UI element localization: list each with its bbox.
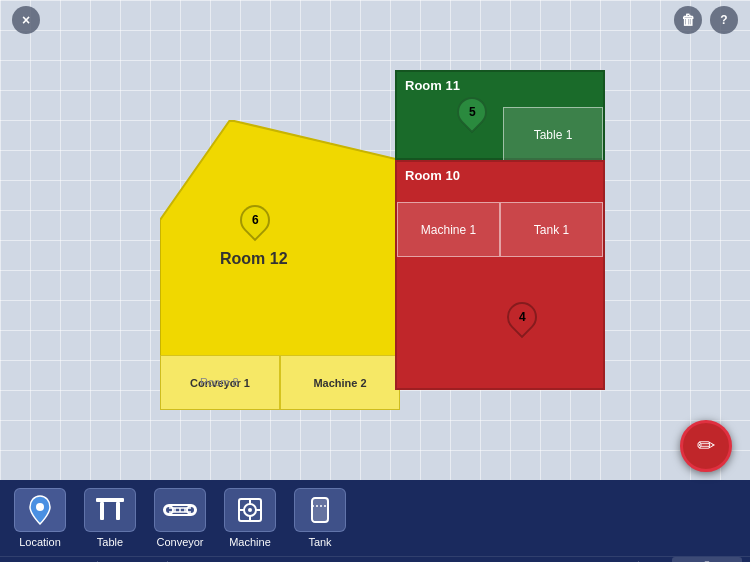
elements-tab[interactable]: ▼ Elements [672, 557, 742, 562]
svg-point-7 [187, 506, 195, 514]
canvas-area[interactable]: × 🗑 ? 6 Room 12 Conveyor 1 Machine 2 Roo… [0, 0, 750, 480]
table-icon [94, 496, 126, 524]
tank-icon [308, 494, 332, 526]
svg-rect-3 [100, 502, 104, 520]
room-10-sub-items: Machine 1 Tank 1 [397, 202, 603, 257]
svg-rect-2 [96, 498, 124, 502]
pin-5[interactable]: 5 [457, 97, 487, 127]
table-1-item[interactable]: Table 1 [503, 107, 603, 162]
location-icon-container [14, 488, 66, 532]
pin-5-number: 5 [469, 105, 476, 119]
room-10[interactable]: Room 10 Machine 1 Tank 1 4 [395, 160, 605, 390]
pin-4-number: 4 [519, 310, 526, 324]
machine-icon [235, 495, 265, 525]
toolbar-item-tank[interactable]: Tank [290, 488, 350, 548]
room-12-sub-items: Conveyor 1 Machine 2 [160, 355, 400, 410]
status-bar: Product list 11 ⚙ Settings ⬇ Save Seb Sa… [0, 556, 750, 562]
room-12-label: Room 12 [220, 250, 288, 268]
room-11-label: Room 11 [405, 78, 460, 93]
svg-point-6 [165, 506, 173, 514]
status-right-tabs: ▲ Products ▼ Elements [605, 557, 742, 562]
svg-rect-4 [116, 502, 120, 520]
conveyor-icon-container [154, 488, 206, 532]
machine-icon-container [224, 488, 276, 532]
location-label: Location [19, 536, 61, 548]
pin-6-number: 6 [252, 213, 259, 227]
room-8-label: Room 8 [200, 376, 239, 388]
bottom-toolbar: Location Table [0, 480, 750, 562]
room-11[interactable]: Room 11 5 Table 1 [395, 70, 605, 160]
table-label: Table [97, 536, 123, 548]
room-10-label: Room 10 [405, 168, 460, 183]
tank-icon-container [294, 488, 346, 532]
conveyor-label: Conveyor [156, 536, 203, 548]
machine-2-item[interactable]: Machine 2 [280, 355, 400, 410]
toolbar-item-location[interactable]: Location [10, 488, 70, 548]
toolbar-item-machine[interactable]: Machine [220, 488, 280, 548]
help-button[interactable]: ? [710, 6, 738, 34]
edit-icon: ✏ [697, 433, 715, 459]
table-icon-container [84, 488, 136, 532]
delete-button[interactable]: 🗑 [674, 6, 702, 34]
toolbar-item-table[interactable]: Table [80, 488, 140, 548]
tank-label: Tank [308, 536, 331, 548]
room-12[interactable]: 6 Room 12 Conveyor 1 Machine 2 [160, 120, 400, 410]
svg-point-15 [248, 508, 252, 512]
tank-1-item[interactable]: Tank 1 [500, 202, 603, 257]
machine-1-item[interactable]: Machine 1 [397, 202, 500, 257]
pin-6[interactable]: 6 [240, 205, 270, 235]
close-button[interactable]: × [12, 6, 40, 34]
products-tab[interactable]: ▲ Products [605, 557, 672, 562]
machine-label: Machine [229, 536, 271, 548]
top-bar: × 🗑 ? [0, 0, 750, 40]
svg-rect-20 [312, 498, 328, 522]
pin-4[interactable]: 4 [507, 302, 537, 332]
svg-point-1 [36, 503, 44, 511]
toolbar-items-row: Location Table [0, 480, 750, 556]
location-icon [26, 494, 54, 526]
toolbar-item-conveyor[interactable]: Conveyor [150, 488, 210, 548]
fab-edit-button[interactable]: ✏ [680, 420, 732, 472]
conveyor-icon [162, 499, 198, 521]
